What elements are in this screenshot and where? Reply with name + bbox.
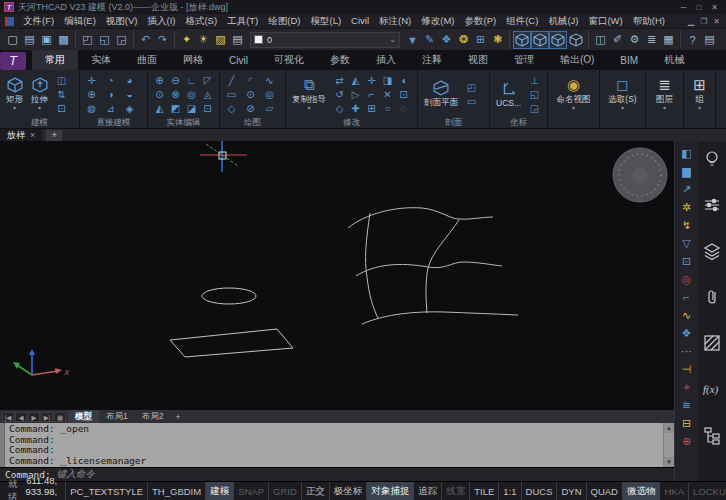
direct-modeling-icon[interactable]: ✛ bbox=[83, 73, 100, 87]
layout-nav-button[interactable]: ◀ bbox=[15, 412, 27, 422]
mdi-restore-button[interactable]: ❐ bbox=[700, 17, 707, 26]
direct-modeling-icon[interactable]: ◑ bbox=[102, 87, 119, 101]
compare-button[interactable]: A B 比较 ▾ bbox=[723, 79, 726, 109]
modeling-tool-icon[interactable]: ⊡ bbox=[53, 101, 70, 115]
panel-icon[interactable]: ≣ bbox=[643, 31, 660, 48]
ribbon-tab[interactable]: 曲面 bbox=[124, 50, 170, 70]
side-tool-icon[interactable]: ⊟ bbox=[678, 414, 696, 432]
status-toggle[interactable]: DYN bbox=[556, 482, 585, 500]
modify-tool-icon[interactable]: ◌ bbox=[395, 101, 412, 115]
ucs-tool-icon[interactable]: ◱ bbox=[526, 87, 543, 101]
plot-icon[interactable]: ◲ bbox=[113, 31, 130, 48]
status-toggle[interactable]: PC_TEXTSTYLE bbox=[65, 482, 147, 500]
direct-modeling-icon[interactable]: ⊕ bbox=[83, 87, 100, 101]
solid-edit-icon[interactable]: ⊡ bbox=[199, 101, 216, 115]
command-history[interactable]: Command: _openCommand:Command:Command: _… bbox=[0, 423, 674, 467]
status-toggle[interactable]: SNAP bbox=[233, 482, 268, 500]
modify-tool-icon[interactable]: ⊞ bbox=[363, 101, 380, 115]
status-toggle[interactable]: 线宽 bbox=[441, 482, 469, 500]
modify-tool-icon[interactable]: ◨ bbox=[379, 73, 396, 87]
mdi-minimize-button[interactable]: ▁ bbox=[688, 17, 694, 26]
hatch-icon[interactable] bbox=[702, 333, 722, 353]
plot-icon[interactable]: ◱ bbox=[96, 31, 113, 48]
view-cube-icon[interactable] bbox=[567, 31, 585, 49]
close-button[interactable]: ✕ bbox=[711, 3, 718, 12]
extrude-button[interactable]: 拉伸 ▾ bbox=[28, 76, 51, 112]
new-document-tab-button[interactable]: + bbox=[46, 130, 62, 141]
layout-tab[interactable]: 模型 bbox=[68, 410, 99, 423]
display-icon[interactable]: ☀ bbox=[195, 31, 212, 48]
modify-tool-icon[interactable]: ✕ bbox=[379, 87, 396, 101]
menu-item[interactable]: 标注(N) bbox=[374, 15, 416, 28]
direct-modeling-icon[interactable]: ◈ bbox=[121, 101, 138, 115]
copy-guide-button[interactable]: ⧉ 复制指导 ▾ bbox=[289, 76, 329, 112]
help-icon[interactable]: ? bbox=[684, 31, 701, 48]
side-tool-icon[interactable]: ↯ bbox=[678, 216, 696, 234]
menu-item[interactable]: 帮助(H) bbox=[628, 15, 670, 28]
side-tool-icon[interactable]: ▽ bbox=[678, 234, 696, 252]
ucs-tool-icon[interactable]: ◲ bbox=[526, 101, 543, 115]
draw-tool-icon[interactable]: ▭ bbox=[223, 87, 240, 101]
solid-edit-icon[interactable]: ⊙ bbox=[151, 87, 168, 101]
section-tool-icon[interactable]: ▭ bbox=[463, 94, 480, 108]
view-cube-icon[interactable] bbox=[513, 31, 531, 49]
ribbon-tab[interactable]: 输出(O) bbox=[547, 50, 607, 70]
status-toggle[interactable]: 极坐标 bbox=[329, 482, 367, 500]
status-toggle[interactable]: 正交 bbox=[301, 482, 329, 500]
blocks-icon[interactable] bbox=[702, 425, 722, 445]
tool-icon[interactable]: ⊞ bbox=[472, 31, 489, 48]
menu-item[interactable]: 机械(J) bbox=[543, 15, 583, 28]
modify-tool-icon[interactable]: ⌐ bbox=[363, 87, 380, 101]
modify-tool-icon[interactable]: ⊡ bbox=[395, 87, 412, 101]
ribbon-tab[interactable]: 注释 bbox=[409, 50, 455, 70]
solid-edit-icon[interactable]: ◩ bbox=[167, 101, 184, 115]
navigation-wheel[interactable] bbox=[613, 148, 667, 202]
layer-dropdown[interactable]: 0 ⌄ bbox=[250, 32, 400, 48]
side-tool-icon[interactable]: ↗ bbox=[678, 180, 696, 198]
toolbar-icon[interactable]: ▩ bbox=[55, 31, 72, 48]
tool-icon[interactable]: ▼ bbox=[404, 31, 421, 48]
modify-tool-icon[interactable]: ↺ bbox=[331, 87, 348, 101]
menu-item[interactable]: 文件(F) bbox=[18, 15, 59, 28]
layers-icon[interactable] bbox=[702, 241, 722, 261]
side-tool-icon[interactable]: ⌖ bbox=[678, 378, 696, 396]
help-icon[interactable]: ▤ bbox=[701, 31, 718, 48]
new-layout-button[interactable]: + bbox=[170, 412, 185, 422]
layout-nav-button[interactable]: ▶ bbox=[28, 412, 40, 422]
side-tool-icon[interactable]: ⊣ bbox=[678, 360, 696, 378]
side-tool-icon[interactable]: ≋ bbox=[678, 396, 696, 414]
layout-nav-button[interactable]: ▶| bbox=[41, 412, 53, 422]
draw-tool-icon[interactable]: ╱ bbox=[223, 73, 240, 87]
ucs-tool-icon[interactable]: ⊥ bbox=[526, 73, 543, 87]
status-toggle[interactable]: 1:1 bbox=[498, 482, 520, 500]
menu-item[interactable]: 修改(M) bbox=[416, 15, 459, 28]
status-toggle[interactable]: GRID bbox=[268, 482, 301, 500]
status-toggle[interactable]: QUAD bbox=[586, 482, 622, 500]
modify-tool-icon[interactable]: ◭ bbox=[347, 73, 364, 87]
display-icon[interactable]: ✦ bbox=[178, 31, 195, 48]
view-cube-icon[interactable] bbox=[549, 31, 567, 49]
status-toggle[interactable]: 对象捕捉 bbox=[366, 482, 413, 500]
modeling-tool-icon[interactable]: ⇅ bbox=[53, 87, 70, 101]
direct-modeling-icon[interactable]: ◍ bbox=[83, 101, 100, 115]
side-tool-icon[interactable]: ∿ bbox=[678, 306, 696, 324]
direct-modeling-icon[interactable]: ◒ bbox=[121, 87, 138, 101]
side-tool-icon[interactable]: ❖ bbox=[678, 324, 696, 342]
status-toggle[interactable]: 追踪 bbox=[413, 482, 441, 500]
panel-icon[interactable]: ⚙ bbox=[626, 31, 643, 48]
solid-edit-icon[interactable]: ◬ bbox=[199, 87, 216, 101]
undo-redo-icon[interactable]: ↷ bbox=[154, 31, 171, 48]
menu-item[interactable]: 窗口(W) bbox=[583, 15, 627, 28]
display-icon[interactable]: ▨ bbox=[212, 31, 229, 48]
status-toggle[interactable]: 微选物 bbox=[622, 482, 660, 500]
document-tab[interactable]: 放样 × bbox=[0, 129, 42, 141]
ribbon-tab[interactable]: 插入 bbox=[363, 50, 409, 70]
named-view-button[interactable]: ◉ 命名视图 ▾ bbox=[554, 76, 594, 112]
ribbon-tab[interactable]: 网格 bbox=[170, 50, 216, 70]
draw-tool-icon[interactable]: ⊘ bbox=[242, 101, 259, 115]
modify-tool-icon[interactable]: ◖ bbox=[395, 73, 412, 87]
box-button[interactable]: 矩形 ▾ bbox=[3, 76, 26, 112]
modify-tool-icon[interactable]: ⇄ bbox=[331, 73, 348, 87]
modify-tool-icon[interactable]: ○ bbox=[379, 101, 396, 115]
tool-icon[interactable]: ❂ bbox=[455, 31, 472, 48]
